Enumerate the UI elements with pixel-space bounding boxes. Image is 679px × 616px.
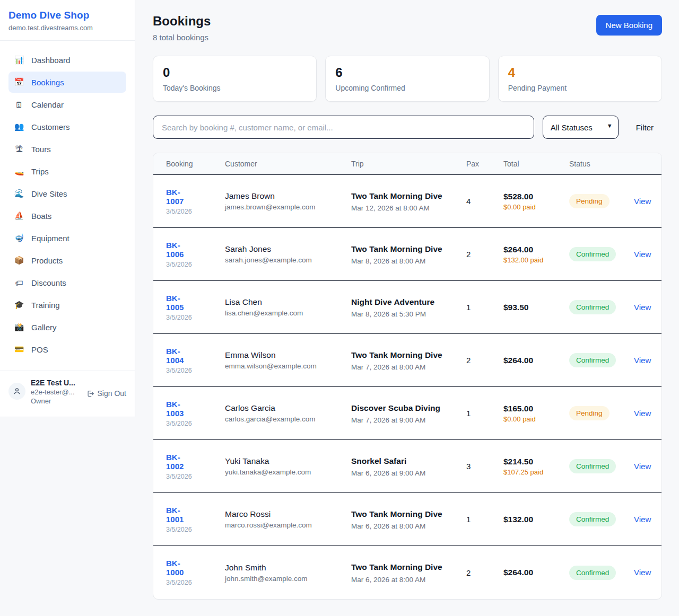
booking-cell: BK-1004 3/5/2026 (166, 347, 225, 374)
sidebar-item-products[interactable]: 📦 Products (8, 250, 126, 271)
bookings-table: Booking Customer Trip Pax Total Status B… (153, 153, 662, 600)
total-cell: $264.00 $132.00 paid (503, 245, 569, 264)
booking-number-link[interactable]: BK-1005 (166, 294, 198, 312)
sidebar-item-equipment[interactable]: 🤿 Equipment (8, 227, 126, 249)
table-row: BK-1000 3/5/2026 John Smith john.smith@e… (153, 546, 661, 599)
booking-cell: BK-1001 3/5/2026 (166, 506, 225, 533)
booking-date: 3/5/2026 (166, 579, 217, 586)
booking-number-link[interactable]: BK-1000 (166, 559, 198, 577)
status-select[interactable]: All Statuses (543, 116, 619, 139)
column-header-pax: Pax (466, 160, 503, 168)
sidebar-item-gallery[interactable]: 📸 Gallery (8, 316, 126, 338)
booking-number-link[interactable]: BK-1006 (166, 241, 198, 259)
customer-email: lisa.chen@example.com (225, 309, 344, 317)
stat-card: 6 Upcoming Confirmed (325, 56, 489, 102)
credit-card-icon: 💳 (14, 345, 24, 354)
column-header-customer: Customer (225, 160, 351, 168)
search-input[interactable] (153, 116, 534, 139)
booking-number-link[interactable]: BK-1004 (166, 347, 198, 365)
sidebar-item-label: Calendar (31, 100, 64, 109)
sidebar-item-pos[interactable]: 💳 POS (8, 339, 126, 360)
customer-email: marco.rossi@example.com (225, 521, 344, 529)
trip-name: Two Tank Morning Dive (351, 508, 459, 520)
wave-icon: 🌊 (14, 189, 24, 198)
amount-paid: $0.00 paid (503, 415, 546, 423)
booking-date: 3/5/2026 (166, 526, 217, 533)
booking-cell: BK-1006 3/5/2026 (166, 241, 225, 268)
booking-cell: BK-1003 3/5/2026 (166, 400, 225, 427)
status-badge: Pending (569, 194, 610, 208)
trip-datetime: Mar 6, 2026 at 8:00 AM (351, 576, 459, 584)
pax-cell: 2 (466, 250, 503, 259)
view-link[interactable]: View (634, 197, 651, 206)
booking-number-link[interactable]: BK-1007 (166, 188, 198, 206)
table-row: BK-1006 3/5/2026 Sarah Jones sarah.jones… (153, 228, 661, 281)
status-badge: Confirmed (569, 247, 616, 261)
sidebar-item-training[interactable]: 🎓 Training (8, 294, 126, 315)
trip-datetime: Mar 6, 2026 at 9:00 AM (351, 469, 459, 477)
sidebar-item-calendar[interactable]: 🗓 Calendar (8, 94, 126, 115)
sidebar-item-bookings[interactable]: 📅 Bookings (8, 72, 126, 93)
trip-datetime: Mar 7, 2026 at 8:00 AM (351, 363, 459, 371)
sidebar-item-tours[interactable]: 🏝 Tours (8, 138, 126, 160)
column-header-status: Status (569, 160, 634, 168)
sidebar-item-label: Dive Sites (31, 189, 67, 198)
camera-icon: 📸 (14, 322, 24, 332)
new-booking-button[interactable]: New Booking (596, 15, 662, 36)
logout-icon (86, 390, 94, 398)
sidebar-item-label: Equipment (31, 234, 69, 243)
sidebar-item-discounts[interactable]: 🏷 Discounts (8, 272, 126, 293)
view-link[interactable]: View (634, 356, 651, 365)
status-cell: Confirmed (569, 566, 634, 580)
status-cell: Confirmed (569, 353, 634, 367)
column-header-total: Total (503, 160, 569, 168)
stat-value: 0 (163, 65, 307, 80)
trip-cell: Two Tank Morning Dive Mar 7, 2026 at 8:0… (351, 349, 466, 371)
customer-cell: Yuki Tanaka yuki.tanaka@example.com (225, 456, 351, 476)
status-badge: Pending (569, 406, 610, 420)
trip-cell: Night Dive Adventure Mar 8, 2026 at 5:30… (351, 296, 466, 318)
trip-name: Night Dive Adventure (351, 296, 459, 308)
sidebar-item-label: Customers (31, 122, 70, 131)
view-link[interactable]: View (634, 250, 651, 259)
speedboat-icon: 🚤 (14, 166, 24, 176)
status-cell: Confirmed (569, 247, 634, 261)
view-link[interactable]: View (634, 303, 651, 312)
sidebar-item-label: Products (31, 256, 63, 265)
sidebar-item-customers[interactable]: 👥 Customers (8, 116, 126, 137)
total-cell: $528.00 $0.00 paid (503, 192, 569, 211)
user-meta: E2E Test U... e2e-tester@... Owner (31, 379, 81, 405)
package-icon: 📦 (14, 256, 24, 265)
page-title: Bookings (153, 14, 211, 29)
view-link[interactable]: View (634, 409, 651, 418)
status-badge: Confirmed (569, 459, 616, 473)
customer-cell: Lisa Chen lisa.chen@example.com (225, 297, 351, 317)
sidebar-item-boats[interactable]: ⛵ Boats (8, 205, 126, 226)
sidebar-item-dive-sites[interactable]: 🌊 Dive Sites (8, 183, 126, 204)
customer-cell: Sarah Jones sarah.jones@example.com (225, 244, 351, 264)
stat-card: 0 Today's Bookings (153, 56, 317, 102)
view-link[interactable]: View (634, 462, 651, 471)
total-cell: $214.50 $107.25 paid (503, 457, 569, 476)
view-link[interactable]: View (634, 568, 651, 577)
island-icon: 🏝 (14, 145, 24, 154)
customer-cell: James Brown james.brown@example.com (225, 191, 351, 211)
sign-out-label: Sign Out (98, 389, 126, 398)
filter-button[interactable]: Filter (636, 123, 654, 132)
booking-number-link[interactable]: BK-1001 (166, 506, 198, 524)
total-amount: $264.00 (503, 245, 562, 254)
customer-email: sarah.jones@example.com (225, 256, 344, 264)
pax-cell: 1 (466, 303, 503, 312)
column-header-trip: Trip (351, 160, 466, 168)
table-row: BK-1003 3/5/2026 Carlos Garcia carlos.ga… (153, 387, 661, 440)
sidebar-item-trips[interactable]: 🚤 Trips (8, 161, 126, 182)
diving-mask-icon: 🤿 (14, 233, 24, 243)
booking-number-link[interactable]: BK-1003 (166, 400, 198, 418)
trip-name: Two Tank Morning Dive (351, 349, 459, 361)
trip-cell: Two Tank Morning Dive Mar 6, 2026 at 8:0… (351, 561, 466, 583)
sidebar-item-dashboard[interactable]: 📊 Dashboard (8, 49, 126, 71)
view-link[interactable]: View (634, 515, 651, 524)
booking-number-link[interactable]: BK-1002 (166, 453, 198, 471)
sign-out-button[interactable]: Sign Out (86, 389, 126, 398)
customer-email: yuki.tanaka@example.com (225, 468, 344, 476)
